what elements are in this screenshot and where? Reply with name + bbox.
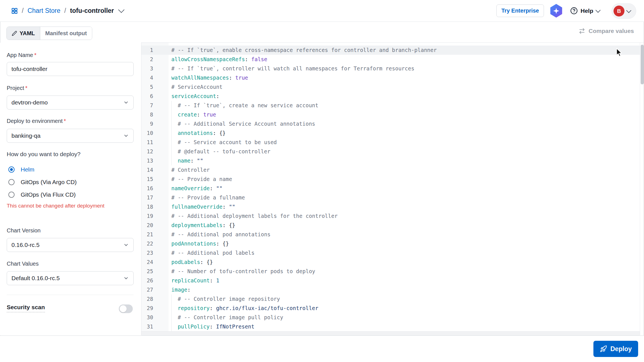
- code-line[interactable]: 18fullnameOverride: "": [141, 202, 640, 211]
- line-number: 2: [141, 55, 153, 64]
- deploy-option-gitops-flux[interactable]: GitOps (Via Flux CD): [8, 190, 76, 199]
- code-text: # ServiceAccount: [171, 82, 222, 92]
- deploy-option-helm[interactable]: Helm: [8, 165, 34, 174]
- code-line[interactable]: 8create: true: [141, 110, 640, 119]
- code-line[interactable]: 27image:: [141, 285, 640, 294]
- radio-selected-icon: [8, 166, 15, 173]
- top-header: / Chart Store / tofu-controller Try Ente…: [0, 0, 644, 22]
- chart-values-selected-value: Default 0.16.0-rc.5: [11, 275, 60, 282]
- code-line[interactable]: 6serviceAccount:: [141, 92, 640, 101]
- line-number: 8: [141, 110, 153, 119]
- line-number: 31: [141, 322, 153, 331]
- swap-arrows-icon: [579, 28, 585, 34]
- code-line[interactable]: 31pullPolicy: IfNotPresent: [141, 322, 640, 331]
- code-line[interactable]: 26replicaCount: 1: [141, 276, 640, 285]
- code-line[interactable]: 25# -- Number of tofu-controller pods to…: [141, 267, 640, 276]
- code-text: # -- Number of tofu-controller pods to d…: [171, 267, 315, 276]
- tab-manifest-output[interactable]: Manifest output: [40, 27, 92, 40]
- code-line[interactable]: 12# @default -- tofu-controller: [141, 147, 640, 156]
- code-text: # -- Additional Service Account annotati…: [171, 119, 315, 128]
- line-number: 21: [141, 230, 153, 239]
- code-text: # -- Additional pod labels: [171, 248, 254, 258]
- code-line[interactable]: 11# -- Service account to be used: [141, 138, 640, 147]
- deploy-button[interactable]: Deploy: [593, 341, 638, 357]
- code-line[interactable]: 19# -- Additional deployment labels for …: [141, 211, 640, 221]
- editor-top-border: [141, 42, 644, 43]
- code-line[interactable]: 1# -- If `true`, enable cross-namespace …: [141, 46, 640, 55]
- line-number: 10: [141, 128, 153, 138]
- line-number: 11: [141, 138, 153, 147]
- code-text: nameOverride: "": [171, 184, 222, 193]
- code-line[interactable]: 13name: "": [141, 156, 640, 165]
- code-line[interactable]: 10annotations: {}: [141, 128, 640, 138]
- breadcrumb: / Chart Store / tofu-controller: [11, 0, 124, 22]
- line-number: 29: [141, 304, 153, 313]
- code-line[interactable]: 17# -- Provide a fullname: [141, 193, 640, 202]
- chart-values-select[interactable]: Default 0.16.0-rc.5: [7, 271, 134, 285]
- code-line[interactable]: 29repository: ghcr.io/flux-iac/tofu-cont…: [141, 304, 640, 313]
- line-number: 24: [141, 258, 153, 267]
- chevron-down-icon: [123, 275, 129, 281]
- line-number: 23: [141, 248, 153, 258]
- line-number: 3: [141, 64, 153, 73]
- code-line[interactable]: 5# ServiceAccount: [141, 82, 640, 92]
- deploy-option-gitops-argo[interactable]: GitOps (Via Argo CD): [8, 178, 77, 186]
- compare-values-label: Compare values: [589, 28, 634, 34]
- code-line[interactable]: 16nameOverride: "": [141, 184, 640, 193]
- breadcrumb-separator: /: [22, 7, 23, 15]
- vertical-scrollbar[interactable]: [641, 45, 644, 84]
- code-line[interactable]: 7# -- If `true`, create a new service ac…: [141, 101, 640, 110]
- tab-yaml[interactable]: YAML: [7, 27, 40, 40]
- chart-version-selected-value: 0.16.0-rc.5: [11, 242, 39, 248]
- code-line[interactable]: 22podAnnotations: {}: [141, 239, 640, 248]
- breadcrumb-chevron-down-icon[interactable]: [118, 7, 124, 13]
- code-line[interactable]: 14# Controller: [141, 165, 640, 175]
- code-line[interactable]: 2allowCrossNamespaceRefs: false: [141, 55, 640, 64]
- line-number: 19: [141, 211, 153, 221]
- app-name-input[interactable]: [7, 62, 134, 76]
- app-name-label: App Name*: [7, 52, 36, 58]
- code-line[interactable]: 23# -- Additional pod labels: [141, 248, 640, 258]
- line-number: 17: [141, 193, 153, 202]
- code-line[interactable]: 30# -- Controller image pull policy: [141, 313, 640, 322]
- code-text: # -- If `true`, enable cross-namespace r…: [171, 46, 437, 55]
- avatar: B: [614, 6, 624, 16]
- code-text: # Controller: [171, 165, 210, 175]
- code-line[interactable]: 9# -- Additional Service Account annotat…: [141, 119, 640, 128]
- breadcrumb-chart-store-link[interactable]: Chart Store: [27, 7, 60, 15]
- chart-values-label: Chart Values: [7, 261, 39, 267]
- environment-select[interactable]: banking-qa: [7, 129, 134, 143]
- project-select[interactable]: devtron-demo: [7, 96, 134, 109]
- deploy-option-label: Helm: [21, 166, 34, 173]
- apps-grid-icon[interactable]: [11, 8, 18, 14]
- help-circle-icon: [570, 7, 578, 15]
- user-menu[interactable]: B: [612, 3, 636, 19]
- code-line[interactable]: 24podLabels: {}: [141, 258, 640, 267]
- try-enterprise-button[interactable]: Try Enterprise: [496, 4, 544, 17]
- help-menu[interactable]: Help: [570, 0, 600, 22]
- code-line[interactable]: 20deploymentLabels: {}: [141, 221, 640, 230]
- line-number: 18: [141, 202, 153, 211]
- code-text: # -- Additional deployment labels for th…: [171, 211, 338, 221]
- horizontal-scrollbar[interactable]: [141, 331, 640, 335]
- code-line[interactable]: 3# -- If `true`, controller will watch a…: [141, 64, 640, 73]
- line-number: 13: [141, 156, 153, 165]
- code-text: # -- Controller image pull policy: [171, 313, 283, 322]
- ai-assistant-icon[interactable]: [550, 4, 563, 18]
- security-scan-toggle[interactable]: [119, 304, 133, 313]
- code-lines: 1# -- If `true`, enable cross-namespace …: [141, 46, 640, 331]
- code-line[interactable]: 28# -- Controller image repository: [141, 294, 640, 304]
- code-line[interactable]: 21# -- Additional pod annotations: [141, 230, 640, 239]
- deploy-method-warning: This cannot be changed after deployment: [7, 203, 105, 209]
- code-line[interactable]: 4watchAllNamespaces: true: [141, 73, 640, 82]
- line-number: 14: [141, 165, 153, 175]
- line-number: 9: [141, 119, 153, 128]
- tab-yaml-label: YAML: [20, 30, 35, 37]
- code-line[interactable]: 15# -- Provide a name: [141, 175, 640, 184]
- line-number: 28: [141, 294, 153, 304]
- code-text: podAnnotations: {}: [171, 239, 229, 248]
- chart-version-select[interactable]: 0.16.0-rc.5: [7, 238, 134, 252]
- compare-values-button[interactable]: Compare values: [579, 28, 634, 34]
- code-text: serviceAccount:: [171, 92, 219, 101]
- code-text: deploymentLabels: {}: [171, 221, 235, 230]
